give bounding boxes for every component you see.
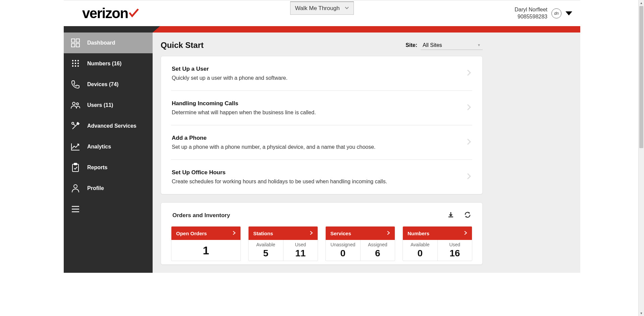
- sidebar-item-profile[interactable]: Profile: [64, 178, 153, 199]
- tile-header[interactable]: Services: [326, 227, 395, 240]
- caret-down-icon[interactable]: [566, 11, 572, 15]
- tile-sub-value: 16: [449, 248, 460, 259]
- svg-point-18: [74, 185, 77, 188]
- sidebar-item-label: Devices (74): [87, 81, 118, 87]
- user-name: Daryl Norfleet: [515, 6, 547, 13]
- tile-sub-value: 0: [340, 248, 345, 259]
- sidebar-item-label: Profile: [87, 185, 104, 191]
- download-icon[interactable]: [447, 211, 454, 219]
- user-menu[interactable]: Daryl Norfleet 9085598283 dn: [515, 6, 572, 20]
- tools-icon: [70, 121, 80, 131]
- sidebar-item-label: Dashboard: [87, 40, 115, 46]
- tile-sub-label: Available: [411, 242, 430, 247]
- hamburger-icon: [70, 204, 80, 214]
- analytics-icon: [70, 142, 80, 152]
- chevron-right-icon: [466, 103, 472, 113]
- quickstart-item-desc: Quickly set up a user with a phone and s…: [172, 75, 287, 81]
- svg-point-11: [75, 65, 76, 67]
- tile-header[interactable]: Numbers: [403, 227, 472, 240]
- orders-inventory-card: Orders and Inventory: [161, 202, 483, 265]
- dialpad-icon: [70, 59, 80, 69]
- sidebar-item-analytics[interactable]: Analytics: [64, 136, 153, 157]
- main-content: Quick Start Site: All Sites ▼ Set Up a U…: [153, 33, 580, 273]
- chevron-down-icon: [344, 6, 349, 11]
- site-selected-value: All Sites: [423, 42, 442, 48]
- quickstart-item-incoming-calls[interactable]: Handling Incoming Calls Determine what w…: [171, 91, 472, 125]
- profile-icon: [70, 183, 80, 193]
- phone-icon: [70, 79, 80, 89]
- tile-header[interactable]: Open Orders: [171, 227, 240, 240]
- svg-point-9: [77, 63, 79, 64]
- verizon-logo[interactable]: verizon: [82, 6, 139, 20]
- quickstart-item-desc: Create schedules for working hours and h…: [172, 179, 387, 185]
- tile-sub-label: Assigned: [368, 242, 387, 247]
- quickstart-item-title: Add a Phone: [172, 135, 376, 141]
- quickstart-item-add-phone[interactable]: Add a Phone Set up a phone with a phone …: [171, 125, 472, 160]
- check-icon: [129, 9, 139, 19]
- scrollbar[interactable]: ▲ ▼: [638, 0, 644, 273]
- triangle-down-icon: ▼: [477, 43, 481, 47]
- chevron-right-icon: [387, 231, 390, 236]
- scrollbar-thumb[interactable]: [639, 6, 643, 148]
- site-label: Site:: [406, 42, 417, 48]
- tile-sub-value: 11: [295, 248, 306, 259]
- tile-title: Open Orders: [176, 231, 207, 236]
- sidebar-item-label: Reports: [87, 165, 107, 171]
- inventory-tiles: Open Orders 1 Stations: [171, 226, 472, 264]
- svg-rect-22: [448, 216, 453, 217]
- avatar: dn: [551, 8, 561, 18]
- sidebar-item-dashboard[interactable]: Dashboard: [64, 33, 153, 53]
- svg-rect-0: [71, 39, 75, 42]
- svg-rect-16: [72, 164, 78, 172]
- quickstart-item-office-hours[interactable]: Set Up Office Hours Create schedules for…: [171, 160, 472, 194]
- tile-sub-label: Available: [256, 242, 275, 247]
- sidebar-item-label: Users (11): [87, 102, 113, 108]
- accent-bar: [64, 26, 580, 33]
- quickstart-item-desc: Determine what will happen when the busi…: [172, 110, 316, 116]
- sidebar-item-numbers[interactable]: Numbers (16): [64, 53, 153, 74]
- sidebar-item-label: Advanced Services: [87, 123, 137, 129]
- quickstart-item-title: Set Up a User: [172, 66, 287, 72]
- scroll-up-icon[interactable]: ▲: [639, 0, 644, 6]
- dashboard-icon: [70, 38, 80, 48]
- quickstart-item-setup-user[interactable]: Set Up a User Quickly set up a user with…: [171, 56, 472, 91]
- page-title: Quick Start: [161, 41, 204, 50]
- svg-rect-1: [76, 39, 79, 42]
- site-selector[interactable]: All Sites ▼: [421, 41, 483, 50]
- svg-rect-2: [71, 44, 75, 47]
- sidebar: Dashboard Numbers (16) Devices (74) User…: [64, 33, 153, 273]
- logo-text: verizon: [82, 6, 128, 20]
- sidebar-item-label: Analytics: [87, 144, 111, 150]
- sidebar-item-label: Numbers (16): [87, 61, 121, 67]
- sidebar-item-devices[interactable]: Devices (74): [64, 74, 153, 95]
- users-icon: [70, 100, 80, 110]
- svg-point-12: [77, 65, 79, 67]
- svg-point-13: [72, 102, 75, 105]
- clipboard-icon: [70, 163, 80, 173]
- svg-point-10: [72, 65, 73, 67]
- svg-point-14: [76, 103, 78, 105]
- orders-section-title: Orders and Inventory: [172, 212, 230, 219]
- walk-me-through-dropdown[interactable]: Walk Me Through: [290, 1, 354, 15]
- chevron-right-icon: [232, 231, 236, 236]
- chevron-right-icon: [466, 69, 472, 78]
- chevron-right-icon: [466, 172, 472, 182]
- quickstart-item-desc: Set up a phone with a phone number, a ph…: [172, 144, 376, 150]
- tile-numbers: Numbers Available0 Used16: [402, 226, 472, 261]
- tile-sub-label: Unassigned: [330, 242, 355, 247]
- tile-title: Services: [330, 231, 351, 236]
- svg-point-8: [75, 63, 76, 64]
- tile-header[interactable]: Stations: [249, 227, 318, 240]
- sidebar-collapse-toggle[interactable]: [64, 199, 153, 219]
- user-number: 9085598283: [515, 13, 547, 20]
- sidebar-item-advanced-services[interactable]: Advanced Services: [64, 116, 153, 136]
- tile-open-orders: Open Orders 1: [171, 226, 241, 261]
- tile-sub-value: 5: [263, 248, 268, 259]
- quickstart-item-title: Handling Incoming Calls: [172, 100, 316, 107]
- chevron-right-icon: [310, 231, 313, 236]
- tile-value: 1: [203, 244, 209, 257]
- refresh-icon[interactable]: [464, 211, 471, 219]
- sidebar-item-users[interactable]: Users (11): [64, 95, 153, 116]
- sidebar-item-reports[interactable]: Reports: [64, 157, 153, 178]
- quick-start-card: Set Up a User Quickly set up a user with…: [161, 56, 483, 194]
